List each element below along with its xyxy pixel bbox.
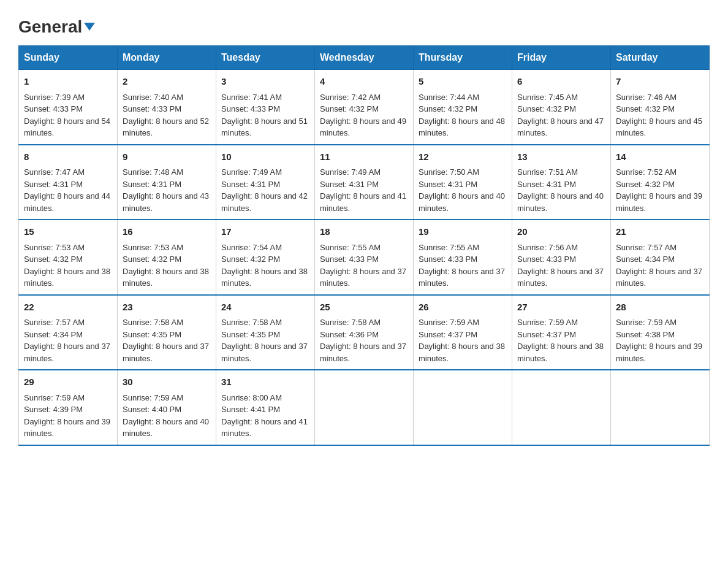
sunset-text: Sunset: 4:33 PM xyxy=(123,104,181,113)
day-number: 13 xyxy=(517,150,605,164)
calendar-cell: 15Sunrise: 7:53 AMSunset: 4:32 PMDayligh… xyxy=(19,220,118,295)
day-number: 18 xyxy=(320,225,408,239)
sunset-text: Sunset: 4:32 PM xyxy=(320,104,379,113)
day-number: 12 xyxy=(419,150,507,164)
sunset-text: Sunset: 4:32 PM xyxy=(616,104,675,113)
day-number: 17 xyxy=(221,225,309,239)
sunset-text: Sunset: 4:32 PM xyxy=(123,255,181,264)
calendar-cell: 20Sunrise: 7:56 AMSunset: 4:33 PMDayligh… xyxy=(512,220,611,295)
calendar-cell: 5Sunrise: 7:44 AMSunset: 4:32 PMDaylight… xyxy=(414,70,512,145)
sunset-text: Sunset: 4:33 PM xyxy=(24,104,83,113)
calendar-cell: 27Sunrise: 7:59 AMSunset: 4:37 PMDayligh… xyxy=(512,295,611,370)
sunset-text: Sunset: 4:31 PM xyxy=(320,180,379,189)
calendar-table: SundayMondayTuesdayWednesdayThursdayFrid… xyxy=(18,45,710,446)
page-header: General xyxy=(18,18,710,33)
sunrise-text: Sunrise: 7:55 AM xyxy=(320,243,381,252)
calendar-cell xyxy=(414,370,512,445)
day-number: 30 xyxy=(123,375,211,389)
calendar-cell: 11Sunrise: 7:49 AMSunset: 4:31 PMDayligh… xyxy=(315,145,414,220)
sunrise-text: Sunrise: 7:46 AM xyxy=(616,93,677,102)
daylight-text: Daylight: 8 hours and 37 minutes. xyxy=(123,342,209,363)
sunrise-text: Sunrise: 7:48 AM xyxy=(123,167,183,177)
calendar-cell: 18Sunrise: 7:55 AMSunset: 4:33 PMDayligh… xyxy=(315,220,414,295)
week-row-3: 15Sunrise: 7:53 AMSunset: 4:32 PMDayligh… xyxy=(19,220,710,295)
calendar-cell: 16Sunrise: 7:53 AMSunset: 4:32 PMDayligh… xyxy=(118,220,216,295)
calendar-cell: 3Sunrise: 7:41 AMSunset: 4:33 PMDaylight… xyxy=(216,70,315,145)
daylight-text: Daylight: 8 hours and 54 minutes. xyxy=(24,117,110,138)
sunrise-text: Sunrise: 7:51 AM xyxy=(517,167,578,177)
sunrise-text: Sunrise: 7:52 AM xyxy=(616,167,677,177)
sunrise-text: Sunrise: 8:00 AM xyxy=(221,393,282,402)
daylight-text: Daylight: 8 hours and 37 minutes. xyxy=(24,342,110,363)
sunrise-text: Sunrise: 7:40 AM xyxy=(123,93,183,102)
sunset-text: Sunset: 4:40 PM xyxy=(123,405,181,414)
sunrise-text: Sunrise: 7:49 AM xyxy=(320,167,381,177)
sunrise-text: Sunrise: 7:49 AM xyxy=(221,167,282,177)
sunrise-text: Sunrise: 7:57 AM xyxy=(616,243,677,252)
sunset-text: Sunset: 4:32 PM xyxy=(616,180,675,189)
daylight-text: Daylight: 8 hours and 41 minutes. xyxy=(221,417,308,439)
sunset-text: Sunset: 4:32 PM xyxy=(24,255,83,264)
day-number: 9 xyxy=(123,150,211,164)
day-number: 2 xyxy=(123,75,211,89)
daylight-text: Daylight: 8 hours and 37 minutes. xyxy=(517,267,604,288)
header-sunday: Sunday xyxy=(19,46,118,70)
daylight-text: Daylight: 8 hours and 42 minutes. xyxy=(221,191,308,213)
day-number: 4 xyxy=(320,75,408,89)
day-number: 29 xyxy=(24,375,112,389)
sunset-text: Sunset: 4:37 PM xyxy=(419,330,477,339)
daylight-text: Daylight: 8 hours and 44 minutes. xyxy=(24,191,110,213)
day-number: 28 xyxy=(616,301,704,315)
calendar-cell: 24Sunrise: 7:58 AMSunset: 4:35 PMDayligh… xyxy=(216,295,315,370)
daylight-text: Daylight: 8 hours and 41 minutes. xyxy=(320,191,406,213)
sunset-text: Sunset: 4:33 PM xyxy=(320,255,379,264)
daylight-text: Daylight: 8 hours and 37 minutes. xyxy=(616,267,702,288)
sunset-text: Sunset: 4:33 PM xyxy=(419,255,477,264)
calendar-cell: 8Sunrise: 7:47 AMSunset: 4:31 PMDaylight… xyxy=(19,145,118,220)
calendar-cell: 2Sunrise: 7:40 AMSunset: 4:33 PMDaylight… xyxy=(118,70,216,145)
daylight-text: Daylight: 8 hours and 38 minutes. xyxy=(517,342,604,363)
daylight-text: Daylight: 8 hours and 45 minutes. xyxy=(616,117,702,138)
week-row-2: 8Sunrise: 7:47 AMSunset: 4:31 PMDaylight… xyxy=(19,145,710,220)
sunset-text: Sunset: 4:32 PM xyxy=(419,104,477,113)
daylight-text: Daylight: 8 hours and 49 minutes. xyxy=(320,117,406,138)
calendar-cell: 6Sunrise: 7:45 AMSunset: 4:32 PMDaylight… xyxy=(512,70,611,145)
sunset-text: Sunset: 4:34 PM xyxy=(616,255,675,264)
header-saturday: Saturday xyxy=(611,46,710,70)
header-thursday: Thursday xyxy=(414,46,512,70)
sunset-text: Sunset: 4:33 PM xyxy=(517,255,576,264)
day-number: 24 xyxy=(221,301,309,315)
sunrise-text: Sunrise: 7:59 AM xyxy=(419,318,479,327)
sunset-text: Sunset: 4:35 PM xyxy=(221,330,280,339)
day-number: 15 xyxy=(24,225,112,239)
day-number: 23 xyxy=(123,301,211,315)
sunset-text: Sunset: 4:31 PM xyxy=(221,180,280,189)
calendar-cell xyxy=(611,370,710,445)
calendar-cell: 22Sunrise: 7:57 AMSunset: 4:34 PMDayligh… xyxy=(19,295,118,370)
calendar-cell: 29Sunrise: 7:59 AMSunset: 4:39 PMDayligh… xyxy=(19,370,118,445)
daylight-text: Daylight: 8 hours and 40 minutes. xyxy=(419,191,505,213)
daylight-text: Daylight: 8 hours and 51 minutes. xyxy=(221,117,308,138)
sunrise-text: Sunrise: 7:41 AM xyxy=(221,93,282,102)
day-number: 8 xyxy=(24,150,112,164)
calendar-cell: 10Sunrise: 7:49 AMSunset: 4:31 PMDayligh… xyxy=(216,145,315,220)
day-number: 1 xyxy=(24,75,112,89)
calendar-cell: 7Sunrise: 7:46 AMSunset: 4:32 PMDaylight… xyxy=(611,70,710,145)
day-number: 5 xyxy=(419,75,507,89)
sunrise-text: Sunrise: 7:53 AM xyxy=(123,243,183,252)
sunrise-text: Sunrise: 7:57 AM xyxy=(24,318,85,327)
sunset-text: Sunset: 4:41 PM xyxy=(221,405,280,414)
daylight-text: Daylight: 8 hours and 38 minutes. xyxy=(123,267,209,288)
sunrise-text: Sunrise: 7:59 AM xyxy=(123,393,183,402)
calendar-cell: 31Sunrise: 8:00 AMSunset: 4:41 PMDayligh… xyxy=(216,370,315,445)
sunrise-text: Sunrise: 7:59 AM xyxy=(24,393,85,402)
daylight-text: Daylight: 8 hours and 39 minutes. xyxy=(24,417,110,439)
sunset-text: Sunset: 4:31 PM xyxy=(419,180,477,189)
sunset-text: Sunset: 4:36 PM xyxy=(320,330,379,339)
calendar-cell: 25Sunrise: 7:58 AMSunset: 4:36 PMDayligh… xyxy=(315,295,414,370)
sunrise-text: Sunrise: 7:56 AM xyxy=(517,243,578,252)
sunset-text: Sunset: 4:32 PM xyxy=(517,104,576,113)
sunrise-text: Sunrise: 7:47 AM xyxy=(24,167,85,177)
sunrise-text: Sunrise: 7:55 AM xyxy=(419,243,479,252)
sunrise-text: Sunrise: 7:59 AM xyxy=(616,318,677,327)
